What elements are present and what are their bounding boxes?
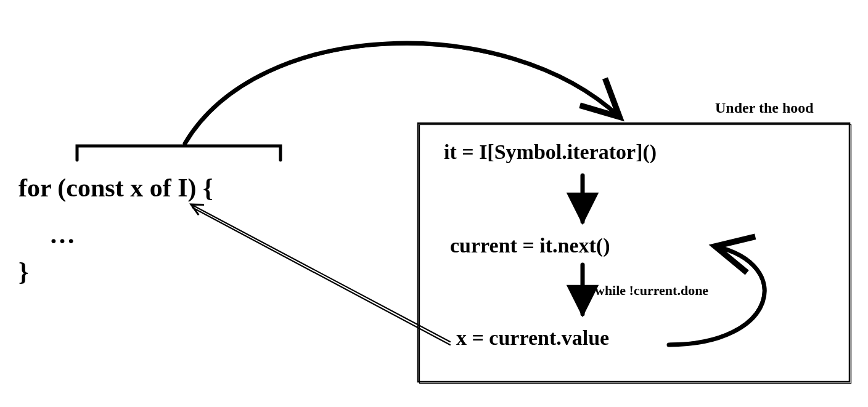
arrow-for-of-to-box (185, 43, 620, 143)
under-the-hood-title: Under the hood (715, 100, 814, 116)
for-of-close-brace: } (18, 257, 29, 286)
diagram-root: for (const x of I) { … } Under the hood … (0, 0, 868, 407)
step-get-iterator: it = I[Symbol.iterator]() (444, 140, 657, 163)
arrow-value-to-x (191, 204, 450, 342)
svg-overlay (0, 0, 868, 407)
loop-condition: while !current.done (595, 283, 708, 298)
step-call-next: current = it.next() (450, 234, 610, 257)
bracket-over-decl (77, 146, 280, 160)
for-of-body-ellipsis: … (49, 220, 75, 249)
step-assign-value: x = current.value (456, 326, 609, 349)
for-of-line: for (const x of I) { (18, 174, 213, 202)
